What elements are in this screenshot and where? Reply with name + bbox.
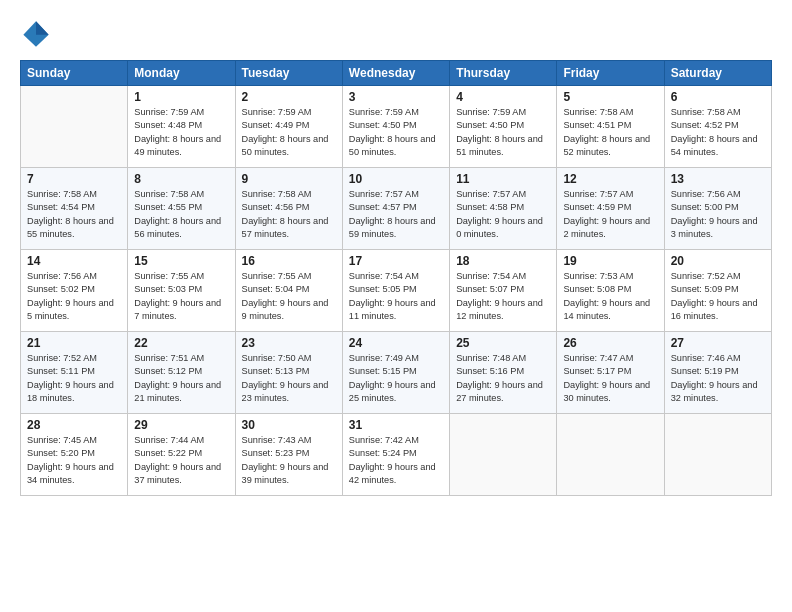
day-cell: 6Sunrise: 7:58 AMSunset: 4:52 PMDaylight… — [664, 86, 771, 168]
day-details: Sunrise: 7:48 AMSunset: 5:16 PMDaylight:… — [456, 352, 550, 405]
day-details: Sunrise: 7:58 AMSunset: 4:51 PMDaylight:… — [563, 106, 657, 159]
day-details: Sunrise: 7:57 AMSunset: 4:57 PMDaylight:… — [349, 188, 443, 241]
day-cell: 21Sunrise: 7:52 AMSunset: 5:11 PMDayligh… — [21, 332, 128, 414]
day-number: 28 — [27, 418, 121, 432]
day-number: 9 — [242, 172, 336, 186]
day-number: 29 — [134, 418, 228, 432]
day-cell: 9Sunrise: 7:58 AMSunset: 4:56 PMDaylight… — [235, 168, 342, 250]
day-cell: 16Sunrise: 7:55 AMSunset: 5:04 PMDayligh… — [235, 250, 342, 332]
day-number: 27 — [671, 336, 765, 350]
day-number: 2 — [242, 90, 336, 104]
day-details: Sunrise: 7:59 AMSunset: 4:50 PMDaylight:… — [456, 106, 550, 159]
day-cell: 15Sunrise: 7:55 AMSunset: 5:03 PMDayligh… — [128, 250, 235, 332]
day-cell — [664, 414, 771, 496]
day-cell: 19Sunrise: 7:53 AMSunset: 5:08 PMDayligh… — [557, 250, 664, 332]
day-number: 19 — [563, 254, 657, 268]
day-cell: 11Sunrise: 7:57 AMSunset: 4:58 PMDayligh… — [450, 168, 557, 250]
day-number: 5 — [563, 90, 657, 104]
day-details: Sunrise: 7:57 AMSunset: 4:58 PMDaylight:… — [456, 188, 550, 241]
day-cell: 30Sunrise: 7:43 AMSunset: 5:23 PMDayligh… — [235, 414, 342, 496]
day-details: Sunrise: 7:47 AMSunset: 5:17 PMDaylight:… — [563, 352, 657, 405]
day-details: Sunrise: 7:54 AMSunset: 5:07 PMDaylight:… — [456, 270, 550, 323]
day-cell: 28Sunrise: 7:45 AMSunset: 5:20 PMDayligh… — [21, 414, 128, 496]
day-number: 31 — [349, 418, 443, 432]
day-number: 3 — [349, 90, 443, 104]
day-details: Sunrise: 7:55 AMSunset: 5:03 PMDaylight:… — [134, 270, 228, 323]
header — [20, 18, 772, 50]
svg-marker-1 — [36, 21, 49, 34]
week-row-3: 14Sunrise: 7:56 AMSunset: 5:02 PMDayligh… — [21, 250, 772, 332]
day-cell: 2Sunrise: 7:59 AMSunset: 4:49 PMDaylight… — [235, 86, 342, 168]
day-cell: 20Sunrise: 7:52 AMSunset: 5:09 PMDayligh… — [664, 250, 771, 332]
header-sunday: Sunday — [21, 61, 128, 86]
day-number: 30 — [242, 418, 336, 432]
day-details: Sunrise: 7:52 AMSunset: 5:09 PMDaylight:… — [671, 270, 765, 323]
week-row-4: 21Sunrise: 7:52 AMSunset: 5:11 PMDayligh… — [21, 332, 772, 414]
day-cell — [450, 414, 557, 496]
header-row: SundayMondayTuesdayWednesdayThursdayFrid… — [21, 61, 772, 86]
calendar-table: SundayMondayTuesdayWednesdayThursdayFrid… — [20, 60, 772, 496]
header-friday: Friday — [557, 61, 664, 86]
day-cell: 31Sunrise: 7:42 AMSunset: 5:24 PMDayligh… — [342, 414, 449, 496]
day-cell: 14Sunrise: 7:56 AMSunset: 5:02 PMDayligh… — [21, 250, 128, 332]
day-details: Sunrise: 7:58 AMSunset: 4:54 PMDaylight:… — [27, 188, 121, 241]
day-cell: 29Sunrise: 7:44 AMSunset: 5:22 PMDayligh… — [128, 414, 235, 496]
day-details: Sunrise: 7:54 AMSunset: 5:05 PMDaylight:… — [349, 270, 443, 323]
day-cell: 10Sunrise: 7:57 AMSunset: 4:57 PMDayligh… — [342, 168, 449, 250]
day-number: 7 — [27, 172, 121, 186]
day-cell: 18Sunrise: 7:54 AMSunset: 5:07 PMDayligh… — [450, 250, 557, 332]
day-number: 1 — [134, 90, 228, 104]
day-number: 4 — [456, 90, 550, 104]
day-cell: 23Sunrise: 7:50 AMSunset: 5:13 PMDayligh… — [235, 332, 342, 414]
day-number: 11 — [456, 172, 550, 186]
page: SundayMondayTuesdayWednesdayThursdayFrid… — [0, 0, 792, 612]
day-number: 17 — [349, 254, 443, 268]
day-details: Sunrise: 7:50 AMSunset: 5:13 PMDaylight:… — [242, 352, 336, 405]
day-number: 6 — [671, 90, 765, 104]
day-cell: 13Sunrise: 7:56 AMSunset: 5:00 PMDayligh… — [664, 168, 771, 250]
day-number: 21 — [27, 336, 121, 350]
day-cell: 5Sunrise: 7:58 AMSunset: 4:51 PMDaylight… — [557, 86, 664, 168]
day-number: 22 — [134, 336, 228, 350]
header-tuesday: Tuesday — [235, 61, 342, 86]
day-number: 13 — [671, 172, 765, 186]
day-cell: 12Sunrise: 7:57 AMSunset: 4:59 PMDayligh… — [557, 168, 664, 250]
day-number: 24 — [349, 336, 443, 350]
day-number: 10 — [349, 172, 443, 186]
day-details: Sunrise: 7:56 AMSunset: 5:00 PMDaylight:… — [671, 188, 765, 241]
week-row-5: 28Sunrise: 7:45 AMSunset: 5:20 PMDayligh… — [21, 414, 772, 496]
logo-icon — [20, 18, 52, 50]
day-cell: 3Sunrise: 7:59 AMSunset: 4:50 PMDaylight… — [342, 86, 449, 168]
day-cell: 7Sunrise: 7:58 AMSunset: 4:54 PMDaylight… — [21, 168, 128, 250]
day-details: Sunrise: 7:55 AMSunset: 5:04 PMDaylight:… — [242, 270, 336, 323]
logo — [20, 18, 56, 50]
day-details: Sunrise: 7:58 AMSunset: 4:56 PMDaylight:… — [242, 188, 336, 241]
day-cell: 25Sunrise: 7:48 AMSunset: 5:16 PMDayligh… — [450, 332, 557, 414]
day-cell: 22Sunrise: 7:51 AMSunset: 5:12 PMDayligh… — [128, 332, 235, 414]
day-details: Sunrise: 7:51 AMSunset: 5:12 PMDaylight:… — [134, 352, 228, 405]
day-details: Sunrise: 7:58 AMSunset: 4:52 PMDaylight:… — [671, 106, 765, 159]
day-cell: 8Sunrise: 7:58 AMSunset: 4:55 PMDaylight… — [128, 168, 235, 250]
day-details: Sunrise: 7:59 AMSunset: 4:50 PMDaylight:… — [349, 106, 443, 159]
header-saturday: Saturday — [664, 61, 771, 86]
day-number: 12 — [563, 172, 657, 186]
day-details: Sunrise: 7:43 AMSunset: 5:23 PMDaylight:… — [242, 434, 336, 487]
header-wednesday: Wednesday — [342, 61, 449, 86]
week-row-1: 1Sunrise: 7:59 AMSunset: 4:48 PMDaylight… — [21, 86, 772, 168]
day-cell — [21, 86, 128, 168]
day-number: 26 — [563, 336, 657, 350]
day-number: 20 — [671, 254, 765, 268]
day-number: 16 — [242, 254, 336, 268]
header-monday: Monday — [128, 61, 235, 86]
day-number: 14 — [27, 254, 121, 268]
day-cell: 1Sunrise: 7:59 AMSunset: 4:48 PMDaylight… — [128, 86, 235, 168]
day-number: 25 — [456, 336, 550, 350]
day-details: Sunrise: 7:53 AMSunset: 5:08 PMDaylight:… — [563, 270, 657, 323]
day-number: 8 — [134, 172, 228, 186]
day-cell — [557, 414, 664, 496]
day-details: Sunrise: 7:57 AMSunset: 4:59 PMDaylight:… — [563, 188, 657, 241]
day-cell: 17Sunrise: 7:54 AMSunset: 5:05 PMDayligh… — [342, 250, 449, 332]
day-details: Sunrise: 7:59 AMSunset: 4:48 PMDaylight:… — [134, 106, 228, 159]
day-details: Sunrise: 7:45 AMSunset: 5:20 PMDaylight:… — [27, 434, 121, 487]
week-row-2: 7Sunrise: 7:58 AMSunset: 4:54 PMDaylight… — [21, 168, 772, 250]
